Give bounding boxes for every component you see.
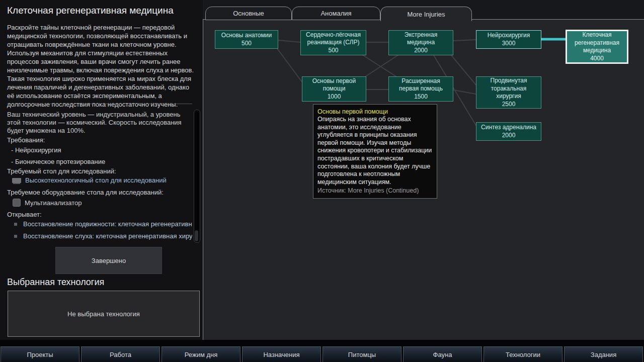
bottom-tab-работа[interactable]: Работа xyxy=(81,346,160,362)
tech-node-anatomy[interactable]: Основы анатомии500 xyxy=(215,30,278,49)
tech-node-cpr[interactable]: Сердечно-лёгочная реанимация (СЛР)500 xyxy=(300,30,366,55)
requirement-item: - Бионическое протезирование xyxy=(11,158,105,165)
tech-node-cost: 500 xyxy=(328,47,338,55)
tech-info-panel: Клеточная регенеративная медицина Раскро… xyxy=(0,0,203,346)
tech-node-advanced-thoracic-surgery[interactable]: Продвинутая торакальная хирургия2500 xyxy=(476,76,541,109)
scrollbar-track[interactable] xyxy=(194,110,200,243)
unlock-item[interactable]: Восстановление подвижности: клеточная ре… xyxy=(14,220,193,228)
multi-analyzer-icon xyxy=(13,199,21,207)
unlock-item-label: Восстановление слуха: клеточная регенера… xyxy=(23,232,192,240)
tech-tooltip: Основы первой помощи Опираясь на знания … xyxy=(313,104,437,199)
tech-node-cost: 1000 xyxy=(328,93,341,101)
tech-node-emergency-medicine[interactable]: Экстренная медицина2000 xyxy=(388,30,453,55)
unlocks-label: Открывает: xyxy=(7,211,42,218)
tech-node-label: Нейрохирургия xyxy=(488,32,530,40)
tech-node-label: Сердечно-лёгочная реанимация (СЛР) xyxy=(306,31,361,47)
tech-node-cost: 2000 xyxy=(414,47,428,55)
tech-description: Раскройте тайны клеточной регенерации — … xyxy=(7,23,194,109)
tech-node-label: Расширенная первая помощь xyxy=(399,77,443,93)
tech-node-label: Синтез адреналина xyxy=(481,124,536,132)
selected-tech-box: Не выбрана технология xyxy=(8,291,200,337)
bottom-tab-режим-дня[interactable]: Режим дня xyxy=(162,346,240,362)
bullet-icon xyxy=(14,235,17,238)
unlocks-list: Восстановление подвижности: клеточная ре… xyxy=(14,220,193,244)
tech-node-cellular-regenerative-medicine[interactable]: Клеточная регенеративная медицина4000 xyxy=(566,30,628,64)
tech-node-label: Основы анатомии xyxy=(221,32,272,40)
requirements-list: - Нейрохирургия- Бионическое протезирова… xyxy=(11,146,105,169)
tab-основные[interactable]: Основные xyxy=(205,7,292,20)
requirement-item: - Нейрохирургия xyxy=(11,146,105,154)
tech-node-label: Основы первой помощи xyxy=(312,77,356,93)
tech-node-label: Клеточная регенеративная медицина xyxy=(575,31,619,55)
bottom-tab-фауна[interactable]: Фауна xyxy=(403,346,482,362)
bottom-tab-проекты[interactable]: Проекты xyxy=(1,346,79,362)
tab-more-injuries[interactable]: More Injuries xyxy=(380,7,472,21)
requirements-label: Требования: xyxy=(7,136,45,144)
finished-button[interactable]: Завершено xyxy=(55,247,162,274)
tech-node-cost: 3000 xyxy=(502,40,516,48)
tech-node-cost: 2000 xyxy=(502,132,516,140)
tech-node-first-aid-basics[interactable]: Основы первой помощи1000 xyxy=(302,76,366,102)
bottom-bar: ПроектыРаботаРежим дняНазначенияПитомцыФ… xyxy=(0,346,644,362)
tech-node-cost: 2500 xyxy=(502,101,516,109)
selected-tech-empty: Не выбрана технология xyxy=(67,310,140,318)
tab-аномалия[interactable]: Аномалия xyxy=(292,7,380,20)
tooltip-source: Источник: More Injuries (Continued) xyxy=(317,187,419,194)
tech-node-advanced-first-aid[interactable]: Расширенная первая помощь1500 xyxy=(388,76,453,102)
tech-node-cost: 1500 xyxy=(414,93,428,101)
scrollbar-handle[interactable] xyxy=(195,230,198,241)
bench-link-row[interactable]: Высокотехнологичный стол для исследовани… xyxy=(12,176,167,184)
unlock-item-label: Восстановление подвижности: клеточная ре… xyxy=(23,220,192,228)
tooltip-title: Основы первой помощи xyxy=(317,108,433,116)
bottom-tab-назначения[interactable]: Назначения xyxy=(242,346,321,362)
facility-link[interactable]: Мультианализатор xyxy=(25,199,82,207)
research-screen: ОсновныеАномалияMore Injuries Основы ана… xyxy=(0,0,644,362)
bench-label: Требуемый стол для исследований: xyxy=(7,167,116,175)
separator xyxy=(7,104,192,104)
tooltip-body: Опираясь на знания об основах анатомии, … xyxy=(317,116,433,186)
bottom-tab-технологии[interactable]: Технологии xyxy=(484,346,562,362)
facility-link-row[interactable]: Мультианализатор xyxy=(13,199,82,207)
tech-node-cost: 500 xyxy=(242,40,252,48)
bottom-tab-задания[interactable]: Задания xyxy=(564,346,643,362)
unlock-item[interactable]: Восстановление слуха: клеточная регенера… xyxy=(14,232,193,240)
bench-link[interactable]: Высокотехнологичный стол для исследовани… xyxy=(25,176,167,184)
tech-node-cost: 4000 xyxy=(590,55,604,63)
research-bench-icon xyxy=(12,178,21,183)
tech-node-adrenaline-synthesis[interactable]: Синтез адреналина2000 xyxy=(476,122,541,141)
tech-level-note: Ваш технический уровень — индустриальный… xyxy=(7,111,192,135)
facility-label: Требуемое оборудование стола для исследо… xyxy=(7,189,164,196)
tech-title: Клеточная регенеративная медицина xyxy=(7,5,174,16)
bottom-tab-питомцы[interactable]: Питомцы xyxy=(323,346,401,362)
tech-node-neurosurgery[interactable]: Нейрохирургия3000 xyxy=(476,30,541,49)
selected-tech-heading: Выбранная технология xyxy=(7,277,104,288)
tech-node-label: Экстренная медицина xyxy=(405,31,437,47)
tech-node-label: Продвинутая торакальная хирургия xyxy=(491,77,527,101)
bullet-icon xyxy=(14,223,17,226)
